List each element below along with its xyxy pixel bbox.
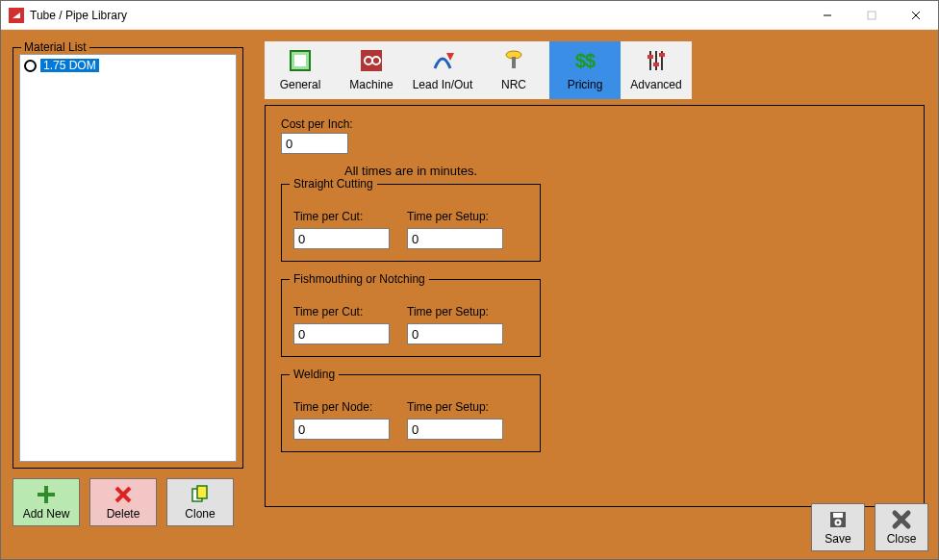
material-item-label: 1.75 DOM xyxy=(40,59,99,72)
svg-rect-23 xyxy=(653,63,659,66)
leadinout-icon xyxy=(429,47,456,74)
tab-pricing[interactable]: $$ Pricing xyxy=(549,41,621,99)
footer-actions: Save Close xyxy=(811,503,928,551)
tab-label: General xyxy=(280,78,321,91)
tab-label: Pricing xyxy=(568,78,603,91)
window-title: Tube / Pipe Library xyxy=(30,9,127,22)
client-area: Material List 1.75 DOM Add New Delete Cl… xyxy=(1,30,938,559)
svg-rect-11 xyxy=(294,55,306,66)
welding-time-per-setup-label: Time per Setup: xyxy=(407,400,503,414)
titlebar: Tube / Pipe Library xyxy=(1,1,938,30)
welding-time-per-node-input[interactable] xyxy=(293,419,390,440)
save-icon xyxy=(827,509,849,530)
machine-icon xyxy=(358,47,385,74)
straight-legend: Straight Cutting xyxy=(290,177,377,191)
fishmouth-time-per-cut-input[interactable] xyxy=(293,323,390,344)
fishmouth-time-per-cut-label: Time per Cut: xyxy=(293,305,390,318)
clone-icon xyxy=(190,484,211,505)
pricing-icon: $$ xyxy=(571,47,598,74)
straight-time-per-cut-input[interactable] xyxy=(293,228,390,249)
svg-rect-9 xyxy=(197,486,207,498)
tabstrip: General Machine Lead In/Out NRC $$ Prici… xyxy=(265,41,692,99)
clone-label: Clone xyxy=(185,507,215,521)
tab-label: Machine xyxy=(349,78,393,91)
minimize-button[interactable] xyxy=(805,1,850,30)
radio-icon xyxy=(24,60,37,72)
cost-per-inch-label: Cost per Inch: xyxy=(281,117,908,131)
tab-advanced[interactable]: Advanced xyxy=(621,41,692,99)
tab-general[interactable]: General xyxy=(265,41,336,99)
material-list-group: Material List 1.75 DOM xyxy=(13,47,243,469)
save-label: Save xyxy=(825,532,850,546)
welding-time-per-setup-input[interactable] xyxy=(407,419,503,440)
close-label: Close xyxy=(887,532,917,546)
tab-label: Advanced xyxy=(630,78,681,91)
plus-icon xyxy=(36,484,57,505)
save-button[interactable]: Save xyxy=(811,503,865,551)
material-list-item[interactable]: 1.75 DOM xyxy=(22,57,234,74)
welding-time-per-node-label: Time per Node: xyxy=(293,400,390,414)
fishmouth-group: Fishmouthing or Notching Time per Cut: T… xyxy=(281,279,541,357)
svg-rect-26 xyxy=(833,513,843,518)
material-list-legend: Material List xyxy=(21,40,89,54)
add-new-button[interactable]: Add New xyxy=(13,478,80,526)
tab-nrc[interactable]: NRC xyxy=(478,41,549,99)
cost-per-inch-input[interactable] xyxy=(281,133,348,154)
close-button[interactable]: Close xyxy=(875,503,928,551)
svg-point-28 xyxy=(837,522,840,524)
info-text: All times are in minutes. xyxy=(281,164,541,178)
welding-group: Welding Time per Node: Time per Setup: xyxy=(281,374,541,452)
svg-rect-1 xyxy=(868,12,876,19)
welding-legend: Welding xyxy=(290,368,339,381)
tab-leadinout[interactable]: Lead In/Out xyxy=(407,41,478,99)
nrc-icon xyxy=(500,47,527,74)
close-icon xyxy=(891,509,912,530)
tab-label: NRC xyxy=(501,78,526,91)
delete-label: Delete xyxy=(107,507,140,521)
straight-time-per-setup-input[interactable] xyxy=(407,228,503,249)
fishmouth-time-per-setup-label: Time per Setup: xyxy=(407,305,503,318)
add-new-label: Add New xyxy=(23,507,70,521)
material-list[interactable]: 1.75 DOM xyxy=(19,54,237,462)
advanced-icon xyxy=(643,47,670,74)
material-actions: Add New Delete Clone xyxy=(13,478,234,526)
straight-time-per-cut-label: Time per Cut: xyxy=(293,210,390,223)
straight-cutting-group: Straight Cutting Time per Cut: Time per … xyxy=(281,184,541,262)
straight-time-per-setup-label: Time per Setup: xyxy=(407,210,503,223)
svg-rect-22 xyxy=(647,55,653,59)
general-icon xyxy=(287,47,314,74)
fishmouth-time-per-setup-input[interactable] xyxy=(407,323,503,344)
svg-text:$: $ xyxy=(585,50,596,71)
fishmouth-legend: Fishmouthing or Notching xyxy=(290,272,429,286)
window-close-button[interactable] xyxy=(894,1,938,30)
window: Tube / Pipe Library Material List 1.75 D… xyxy=(0,0,939,560)
tab-label: Lead In/Out xyxy=(413,78,473,91)
tab-machine[interactable]: Machine xyxy=(336,41,407,99)
delete-button[interactable]: Delete xyxy=(89,478,157,526)
delete-icon xyxy=(113,484,134,505)
svg-rect-24 xyxy=(659,53,665,57)
svg-rect-5 xyxy=(38,493,55,496)
pricing-panel: Cost per Inch: All times are in minutes.… xyxy=(265,105,925,507)
svg-rect-16 xyxy=(512,57,516,68)
maximize-button[interactable] xyxy=(850,1,894,30)
app-icon xyxy=(9,8,24,23)
clone-button[interactable]: Clone xyxy=(166,478,234,526)
